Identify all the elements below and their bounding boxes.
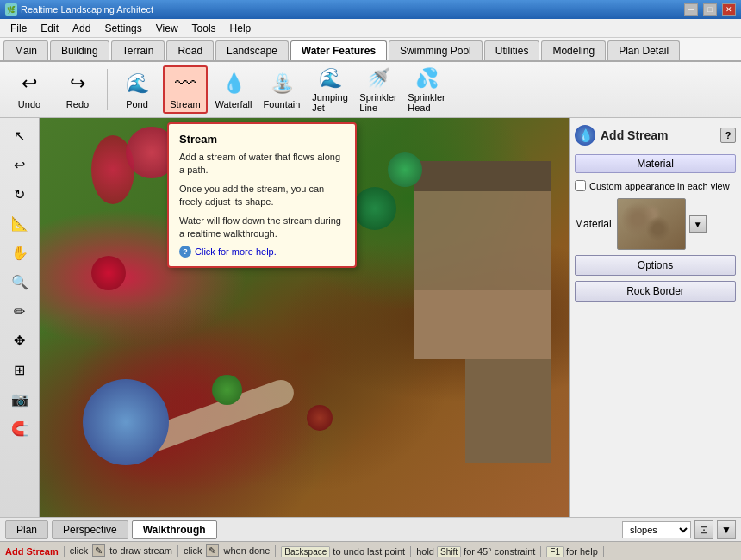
backspace-key: Backspace (281, 546, 330, 557)
menu-item-tools[interactable]: Tools (185, 21, 223, 36)
stream-icon: 〰 (171, 70, 199, 97)
custom-appearance-checkbox[interactable] (575, 180, 586, 191)
measure-tool[interactable]: 📐 (3, 209, 36, 237)
move-tool[interactable]: ✥ (3, 327, 36, 354)
undo-icon: ↩ (16, 70, 43, 97)
menu-item-file[interactable]: File (3, 21, 34, 36)
material-dropdown-button[interactable]: ▼ (689, 215, 707, 233)
view-icon-btn-2[interactable]: ▼ (717, 520, 736, 539)
toolbar-separator (107, 69, 108, 110)
canvas-area[interactable]: Stream Add a stream of water that flows … (40, 118, 569, 517)
tool-2[interactable]: ↩ (3, 151, 36, 178)
undo-button[interactable]: ↩ Undo (7, 65, 52, 114)
hand-tool[interactable]: ✋ (3, 239, 36, 266)
plan-tab[interactable]: Plan (5, 520, 48, 539)
stream-label: Stream (170, 99, 200, 109)
magnet-tool[interactable]: 🧲 (3, 414, 36, 442)
undo-label: Undo (18, 99, 40, 109)
status-step2-pre: click (184, 545, 202, 556)
sprinkler-head-button[interactable]: 💦 SprinklerHead (404, 65, 449, 114)
f1-key: F1 (546, 546, 564, 557)
jumping-jet-icon: 🌊 (316, 66, 344, 90)
tab-plan-detail[interactable]: Plan Detail (607, 40, 680, 60)
popup-desc1: Add a stream of water that flows along a… (179, 151, 345, 177)
title-bar: 🌿 Realtime Landscaping Architect ─ □ ✕ (0, 0, 741, 19)
jumping-jet-label: JumpingJet (312, 92, 348, 113)
help-text: Click for more help. (195, 246, 277, 257)
menu-item-add[interactable]: Add (65, 21, 97, 36)
grid-tool[interactable]: ⊞ (3, 356, 36, 383)
slopes-select[interactable]: slopes flat terrain (622, 521, 691, 538)
tab-road[interactable]: Road (166, 40, 214, 60)
panel-help-button[interactable]: ? (720, 128, 736, 143)
sprinkler-head-icon: 💦 (413, 66, 440, 90)
undo-desc: to undo last point (333, 546, 405, 557)
pond-button[interactable]: 🌊 Pond (115, 65, 159, 114)
panel-header: 💧 Add Stream ? (575, 125, 736, 146)
tab-terrain[interactable]: Terrain (111, 40, 165, 60)
minimize-button[interactable]: ─ (684, 3, 698, 16)
tab-swimming-pool[interactable]: Swimming Pool (389, 40, 483, 60)
main-area: ↖ ↩ ↻ 📐 ✋ 🔍 ✏ ✥ ⊞ 📷 🧲 (0, 118, 741, 517)
fountain-icon: ⛲ (268, 70, 296, 97)
material-row: Material ▼ (575, 198, 736, 250)
redo-button[interactable]: ↪ Redo (55, 65, 100, 114)
bottom-tab-bar: Plan Perspective Walkthrough slopes flat… (0, 517, 741, 541)
rotate-tool[interactable]: ↻ (3, 180, 36, 208)
maximize-button[interactable]: □ (703, 3, 717, 16)
done-icon: ✎ (206, 544, 219, 557)
material-control: ▼ (617, 198, 736, 250)
sprinkler-line-icon: 🚿 (364, 66, 392, 90)
rock-border-button[interactable]: Rock Border (575, 281, 736, 302)
tab-building[interactable]: Building (50, 40, 109, 60)
tab-landscape[interactable]: Landscape (215, 40, 289, 60)
help-desc: for help (566, 546, 598, 557)
custom-appearance-label: Custom appearance in each view (589, 181, 730, 191)
status-step2: click ✎ when done (178, 545, 276, 557)
custom-appearance-row: Custom appearance in each view (575, 178, 736, 193)
material-preview[interactable] (617, 198, 686, 250)
tab-water-features[interactable]: Water Features (290, 40, 387, 60)
menu-item-edit[interactable]: Edit (34, 21, 65, 36)
status-step1-post: to draw stream (109, 545, 172, 556)
popup-desc3: Water will flow down the stream during a… (179, 215, 345, 241)
tab-modeling[interactable]: Modeling (541, 40, 606, 60)
redo-icon: ↪ (64, 70, 91, 97)
pencil-tool[interactable]: ✏ (3, 297, 36, 325)
fountain-button[interactable]: ⛲ Fountain (259, 65, 304, 114)
sprinkler-line-button[interactable]: 🚿 SprinklerLine (356, 65, 401, 114)
status-step1: click ✎ to draw stream (65, 545, 178, 557)
zoom-tool[interactable]: 🔍 (3, 268, 36, 296)
stream-popup: Stream Add a stream of water that flows … (167, 122, 357, 268)
redo-label: Redo (66, 99, 89, 109)
waterfall-button[interactable]: 💧 Waterfall (211, 65, 256, 114)
menu-item-settings[interactable]: Settings (97, 21, 148, 36)
popup-desc2: Once you add the stream, you can freely … (179, 183, 345, 209)
options-button[interactable]: Options (575, 255, 736, 276)
tab-bar: MainBuildingTerrainRoadLandscapeWater Fe… (0, 38, 741, 62)
status-help: F1 for help (541, 546, 603, 557)
menu-item-view[interactable]: View (149, 21, 185, 36)
tab-utilities[interactable]: Utilities (484, 40, 540, 60)
select-tool[interactable]: ↖ (3, 121, 36, 149)
tab-main[interactable]: Main (3, 40, 48, 60)
status-bar: Add Stream click ✎ to draw stream click … (0, 541, 741, 560)
status-undo: Backspace to undo last point (276, 546, 411, 557)
close-button[interactable]: ✕ (722, 3, 736, 16)
shift-key: Shift (437, 546, 461, 557)
left-toolbar: ↖ ↩ ↻ 📐 ✋ 🔍 ✏ ✥ ⊞ 📷 🧲 (0, 118, 40, 517)
status-shift: hold Shift for 45° constraint (411, 546, 541, 557)
stream-button[interactable]: 〰 Stream (163, 65, 208, 114)
view-icon-btn-1[interactable]: ⊡ (694, 520, 713, 539)
toolbar: ↩ Undo ↪ Redo 🌊 Pond 〰 Stream 💧 Waterfal… (0, 62, 741, 118)
perspective-tab[interactable]: Perspective (52, 520, 128, 539)
right-panel: 💧 Add Stream ? Material Custom appearanc… (569, 118, 741, 517)
status-step2-post: when done (224, 545, 271, 556)
app-title: Realtime Landscaping Architect (21, 4, 679, 15)
walkthrough-tab[interactable]: Walkthrough (132, 520, 217, 539)
help-link[interactable]: ? Click for more help. (179, 246, 345, 258)
jumping-jet-button[interactable]: 🌊 JumpingJet (308, 65, 352, 114)
material-header: Material (575, 154, 736, 173)
menu-item-help[interactable]: Help (223, 21, 258, 36)
camera-tool[interactable]: 📷 (3, 385, 36, 413)
